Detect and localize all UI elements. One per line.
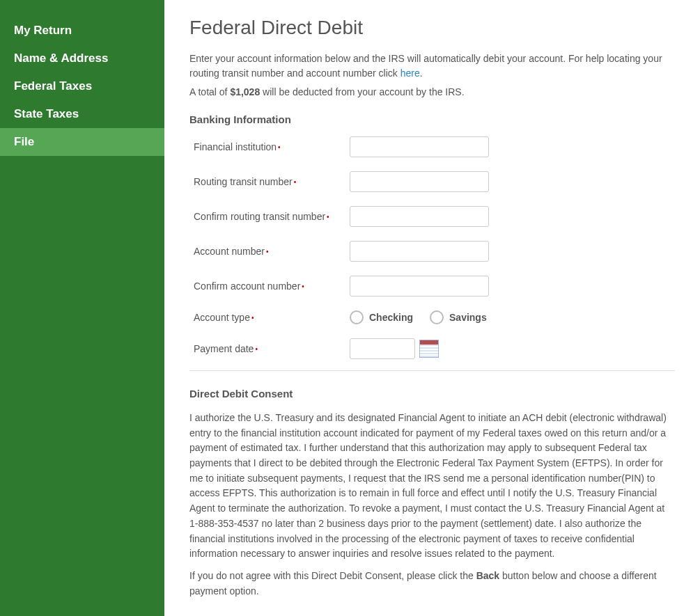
radio-icon [350,310,364,324]
required-dot-icon: • [278,143,281,151]
total-deduction-text: A total of $1,028 will be deducted from … [189,85,675,100]
financial-institution-input[interactable] [350,136,489,157]
sidebar-item-state-taxes[interactable]: State Taxes [0,100,164,128]
page-title: Federal Direct Debit [189,17,675,39]
banking-form: Financial institution• Routing transit n… [189,136,675,371]
required-dot-icon: • [255,345,258,353]
label-text-payment-date: Payment date [194,343,254,354]
radio-savings[interactable]: Savings [430,310,487,324]
row-confirm-account-number: Confirm account number• [189,276,675,297]
account-number-input[interactable] [350,241,489,262]
sidebar-item-federal-taxes[interactable]: Federal Taxes [0,72,164,100]
sidebar-item-name-address[interactable]: Name & Address [0,45,164,72]
disagree-before: If you do not agree with this Direct Deb… [189,570,476,581]
label-confirm-routing: Confirm routing transit number• [189,211,350,222]
total-amount: $1,028 [230,86,260,97]
total-prefix: A total of [189,86,230,97]
required-dot-icon: • [294,178,297,186]
radio-icon [430,310,444,324]
label-text-confirm-routing: Confirm routing transit number [194,211,325,222]
label-account-type: Account type• [189,312,350,323]
radio-label-savings: Savings [449,312,487,323]
required-dot-icon: • [251,314,254,322]
total-suffix: will be deducted from your account by th… [260,86,464,97]
calendar-icon[interactable] [419,340,439,358]
required-dot-icon: • [266,248,269,255]
payment-date-input[interactable] [350,338,415,359]
row-financial-institution: Financial institution• [189,136,675,157]
label-text-account-type: Account type [194,312,250,323]
row-account-number: Account number• [189,241,675,262]
main-content: Federal Direct Debit Enter your account … [164,0,700,616]
required-dot-icon: • [302,283,304,290]
label-financial-institution: Financial institution• [189,141,350,152]
sidebar-item-file[interactable]: File [0,128,164,156]
confirm-account-number-input[interactable] [350,276,489,297]
confirm-routing-input[interactable] [350,206,489,227]
intro-text: Enter your account information below and… [189,52,675,81]
row-payment-date: Payment date• [189,338,675,359]
required-dot-icon: • [327,213,329,221]
help-link-here[interactable]: here [400,68,420,79]
consent-disagree-text: If you do not agree with this Direct Deb… [189,569,675,599]
row-confirm-routing: Confirm routing transit number• [189,206,675,227]
radio-label-checking: Checking [369,312,413,323]
label-text-confirm-account-number: Confirm account number [194,281,300,292]
intro-after-link: . [420,68,423,79]
label-text-account-number: Account number [194,246,265,257]
banking-heading: Banking Information [189,113,675,125]
consent-heading: Direct Debit Consent [189,388,675,400]
label-account-number: Account number• [189,246,350,257]
disagree-bold-back: Back [476,570,499,581]
consent-body: I authorize the U.S. Treasury and its de… [189,411,675,562]
label-text-financial-institution: Financial institution [194,141,277,152]
label-text-routing: Routing transit number [194,176,293,187]
label-payment-date: Payment date• [189,343,350,354]
sidebar: My Return Name & Address Federal Taxes S… [0,0,164,616]
label-confirm-account-number: Confirm account number• [189,281,350,292]
routing-input[interactable] [350,171,489,192]
row-routing: Routing transit number• [189,171,675,192]
radio-checking[interactable]: Checking [350,310,413,324]
sidebar-item-my-return[interactable]: My Return [0,17,164,45]
intro-before-link: Enter your account information below and… [189,53,662,79]
account-type-radio-group: Checking Savings [350,310,487,324]
row-account-type: Account type• Checking Savings [189,310,675,324]
label-routing: Routing transit number• [189,176,350,187]
